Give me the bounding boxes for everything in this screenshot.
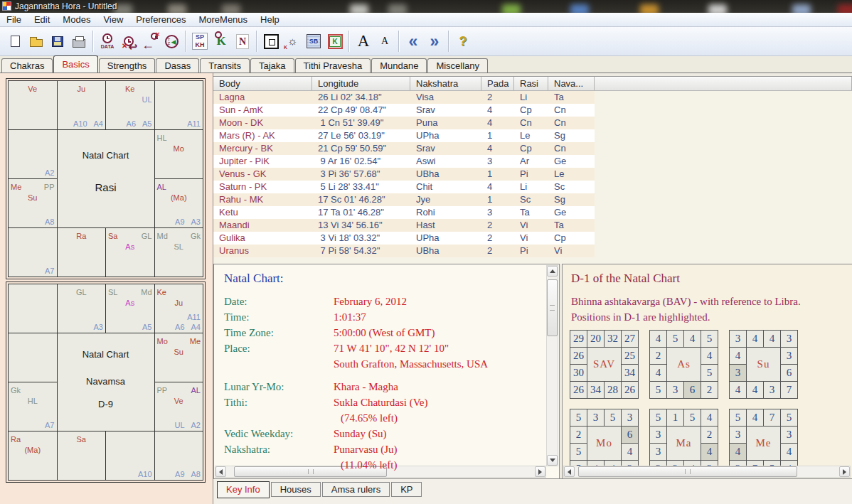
bav-sav-cell-l0: 26	[570, 348, 587, 365]
bav-as-cell-t1: 5	[667, 331, 684, 348]
tab-chakras[interactable]: Chakras	[1, 58, 53, 73]
column-header-pada[interactable]: Pada	[481, 77, 514, 90]
font-small-button[interactable]: A	[374, 31, 395, 52]
sb-grid-button[interactable]: SB	[303, 31, 324, 52]
bav-sav-cell-t3: 27	[622, 331, 639, 348]
rasi-cell-cp: MePPSuA8	[9, 179, 58, 228]
bav-panel: D-1 of the Natal Chart Bhinna ashtakavar…	[562, 264, 852, 478]
help-button[interactable]: ?	[452, 31, 474, 52]
new-file-button[interactable]	[4, 31, 26, 52]
k-lens-button[interactable]: K	[211, 31, 232, 52]
scroll-left-button[interactable]	[564, 466, 575, 477]
ra-label: Ra	[76, 231, 86, 242]
a4-label: A4	[191, 323, 201, 331]
bav-su-cell-r1: 6	[781, 365, 798, 382]
info-value-date: February 6, 2012	[334, 296, 407, 308]
column-header-nava[interactable]: Nava...	[548, 77, 595, 90]
menu-item-view[interactable]: View	[97, 13, 129, 27]
tab-key-info[interactable]: Key Info	[217, 481, 270, 498]
sp-kh-button[interactable]: SPKH	[189, 31, 211, 52]
scroll-left-button[interactable]	[215, 466, 226, 477]
planet-row-gulika[interactable]: Gulika 3 Vi 18' 03.32"UPha2ViCp	[213, 232, 595, 245]
planet-row-ketu[interactable]: Ketu17 Ta 01' 46.28"Rohi3TaGe	[213, 206, 595, 219]
hscroll-thumb[interactable]	[578, 466, 797, 477]
bav-hscrollbar[interactable]	[563, 466, 851, 478]
menu-item-help[interactable]: Help	[254, 13, 286, 27]
column-header-nakshatra[interactable]: Nakshatra	[410, 77, 481, 90]
open-file-icon	[30, 39, 43, 47]
planet-row-uranus[interactable]: Uranus 7 Pi 58' 54.32"UBha2PiVi	[213, 245, 595, 257]
tab-tithi-pravesha[interactable]: Tithi Pravesha	[295, 58, 371, 73]
navamsa-cell-aq	[9, 333, 58, 382]
delete-time-button[interactable]: ✕↩	[118, 31, 139, 52]
chart-grid-button[interactable]	[260, 31, 282, 52]
info-label-lunar-yr-mo: Lunar Yr-Mo:	[224, 381, 284, 393]
planet-row-maandi[interactable]: Maandi13 Vi 34' 56.16"Hast2ViTa	[213, 219, 595, 232]
vscroll-thumb[interactable]	[547, 279, 558, 336]
scroll-up-button[interactable]	[547, 266, 558, 277]
bav-su-cell-b2: 3	[764, 382, 781, 399]
tab-strengths[interactable]: Strengths	[99, 58, 156, 73]
planet-row-rahu[interactable]: Rahu - MK17 Sc 01' 46.28"Jye1ScSg	[213, 193, 595, 206]
bav-mo-cell-r0: 6	[622, 427, 639, 444]
pp-label: PP	[157, 385, 168, 396]
tab-amsa-rulers[interactable]: Amsa rulers	[322, 482, 390, 497]
tab-dasas[interactable]: Dasas	[156, 58, 199, 73]
bav-grid-label-su: Su	[747, 348, 781, 382]
planet-row-mars[interactable]: Mars (R) - AK27 Le 56' 03.19"UPha1LeSg	[213, 129, 595, 142]
menu-item-preferences[interactable]: Preferences	[129, 13, 192, 27]
print-button[interactable]	[68, 31, 90, 52]
planet-row-mercury[interactable]: Mercury - BK21 Cp 59' 50.59"Srav4CpCn	[213, 142, 595, 155]
menu-item-file[interactable]: File	[0, 13, 28, 27]
bav-mo-cell-l1: 5	[570, 444, 587, 461]
key-info-vscrollbar[interactable]	[546, 265, 558, 466]
save-file-button[interactable]	[47, 31, 68, 52]
title-bar[interactable]: Jagannatha Hora - Untitled	[0, 0, 852, 13]
k-box-button[interactable]: K	[324, 31, 346, 52]
bav-ma-cell-r1: 4	[701, 444, 718, 461]
bav-ma-cell-l0: 3	[650, 427, 667, 444]
scroll-right-button[interactable]	[535, 466, 545, 477]
info-label-time-zone: Time Zone:	[224, 327, 274, 339]
sl-label: SL	[108, 287, 117, 298]
font-large-icon: A	[358, 33, 370, 50]
birth-data-button[interactable]: DATA	[97, 31, 118, 52]
tab-houses[interactable]: Houses	[271, 482, 321, 497]
planet-row-sun[interactable]: Sun - AmK22 Cp 49' 08.47"Srav4CpCn	[213, 104, 595, 117]
planet-row-venus[interactable]: Venus - GK 3 Pi 36' 57.68"UBha1PiLe	[213, 168, 595, 181]
timezone-button[interactable]: TZ◀	[161, 31, 182, 52]
bav-ma-cell-t2: 5	[684, 409, 701, 427]
column-header-body[interactable]: Body	[213, 77, 312, 90]
reset-time-button[interactable]: ←✕	[139, 31, 161, 52]
tab-miscellany[interactable]: Miscellany	[427, 58, 488, 73]
sun-k-button[interactable]: ☼K	[282, 31, 303, 52]
planet-row-moon[interactable]: Moon - DK 1 Cn 51' 39.49"Puna4CnCn	[213, 117, 595, 129]
app-icon	[2, 1, 11, 11]
scroll-right-button[interactable]	[839, 466, 850, 477]
planet-row-lagna[interactable]: Lagna26 Li 02' 34.18"Visa2LiTa	[213, 91, 595, 104]
tab-mundane[interactable]: Mundane	[371, 58, 427, 73]
open-file-button[interactable]	[26, 31, 47, 52]
column-header-rasi[interactable]: Rasi	[514, 77, 548, 90]
scroll-down-button[interactable]	[547, 455, 558, 466]
menu-item-edit[interactable]: Edit	[28, 13, 56, 27]
tab-tajaka[interactable]: Tajaka	[250, 58, 294, 73]
font-large-button[interactable]: A	[353, 31, 374, 52]
planet-row-jupiter[interactable]: Jupiter - PiK 9 Ar 16' 02.54"Aswi3ArGe	[213, 155, 595, 168]
tab-kp[interactable]: KP	[391, 482, 422, 497]
bav-ma-cell-r0: 2	[701, 427, 718, 444]
a5-label: A5	[142, 323, 151, 331]
arudha-corner: ULA2	[168, 420, 201, 430]
menu-bar: FileEditModesViewPreferencesMoreMenusHel…	[0, 13, 852, 27]
tab-basics[interactable]: Basics	[53, 55, 97, 73]
n-box-button[interactable]: N	[232, 31, 253, 52]
rasi-cell-le: AL(Ma)A9A3	[155, 179, 204, 228]
next-button[interactable]: »	[424, 31, 445, 52]
menu-item-modes[interactable]: Modes	[56, 13, 97, 27]
prev-button[interactable]: «	[403, 31, 424, 52]
menu-item-moremenus[interactable]: MoreMenus	[192, 13, 254, 27]
tab-transits[interactable]: Transits	[200, 58, 250, 73]
planet-row-saturn[interactable]: Saturn - PK 5 Li 28' 33.41"Chit4LiSc	[213, 181, 595, 193]
bav-me-cell-t2: 7	[764, 409, 781, 427]
column-header-longitude[interactable]: Longitude	[312, 77, 410, 90]
